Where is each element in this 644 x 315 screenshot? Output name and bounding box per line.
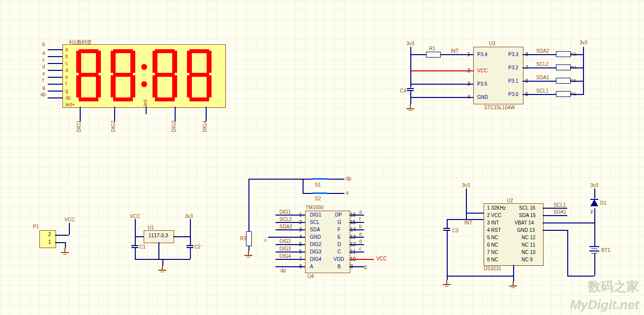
d1-ref: D1 <box>600 200 607 206</box>
net-a: a <box>42 50 45 56</box>
r1 <box>426 52 441 58</box>
r5 <box>556 78 571 84</box>
pin-ledp: led+ <box>65 102 75 107</box>
u1-part: 1117-3.3 <box>149 233 168 238</box>
u4net5: DIG2 <box>279 239 291 244</box>
watermark-en: MyDigit.net <box>570 298 639 311</box>
u4l5l: DIG2 <box>310 242 321 247</box>
u2r6: NC 11 <box>521 242 535 248</box>
net-e: e <box>42 71 45 76</box>
u2r5: NC 12 <box>521 235 535 240</box>
c2-ref: C2 <box>194 244 201 250</box>
u4l8l: A <box>310 264 313 269</box>
int-net: INT <box>451 48 459 54</box>
u4l2l: SCL <box>310 220 319 225</box>
dig1: DIG1 <box>76 121 82 132</box>
pin-e: e <box>65 74 68 80</box>
u4rnet6: c <box>359 246 362 252</box>
a-net: a <box>346 190 349 195</box>
p1-pin1: 1 <box>48 239 51 245</box>
watermark-cn: 数码之家 <box>588 278 639 295</box>
u4rnet3: b <box>359 224 362 229</box>
dig3: DIG3 <box>171 121 177 132</box>
u4net1: DIG1 <box>279 209 291 215</box>
u3-r4l: P3.0 <box>508 92 519 97</box>
u2r3: VBAT 14 <box>515 220 534 225</box>
u3-l3l: P3.5 <box>477 81 488 87</box>
pin-a: a <box>65 47 68 52</box>
net-b: b <box>42 42 45 47</box>
u4r8l: B <box>337 264 341 269</box>
r4 <box>556 64 571 70</box>
scl1-net: SCL1 <box>553 202 566 208</box>
u4l7l: DIG4 <box>310 256 321 262</box>
u2r7: NC 10 <box>521 250 535 255</box>
pin-d: d <box>65 67 68 73</box>
u3-ref: U3 <box>489 41 495 46</box>
pin-dp: dp <box>65 95 71 100</box>
r1-ref: R1 <box>429 46 435 51</box>
r3 <box>246 231 252 246</box>
led-minus: led- <box>143 98 148 107</box>
net-g: g <box>42 85 45 90</box>
u2l4: 4 RST <box>487 227 501 233</box>
battery-icon <box>589 246 599 253</box>
u4rnet4: e <box>359 231 362 237</box>
p1-vcc: VCC <box>64 217 75 222</box>
u4net3: SDA2 <box>279 224 292 229</box>
c1-ref: C1 <box>139 244 146 250</box>
u4-vcc: VCC <box>376 256 387 261</box>
u4r4l: E <box>337 234 341 240</box>
bt1-ref: BT1 <box>601 248 610 253</box>
u2l7: 7 NC <box>487 250 498 255</box>
net-dp: dp <box>40 92 46 97</box>
r6 <box>556 91 571 97</box>
u3-r2l: P3.2 <box>508 65 519 70</box>
c3-ref: C3 <box>452 228 459 233</box>
u4-part: TM1650 <box>306 205 324 210</box>
u3-l4l: GND <box>477 94 488 100</box>
u4net7: DIG4 <box>279 253 291 259</box>
u2r4: GND 13 <box>517 227 535 233</box>
u4rnet8: g <box>364 264 367 269</box>
p1-pin2: 2 <box>48 232 51 237</box>
u4net8: dp <box>280 268 286 273</box>
u4r3l: F <box>337 227 340 232</box>
pin-b: b <box>65 54 68 59</box>
u3-l3n: 3 <box>467 81 470 87</box>
gnd-icon <box>443 280 451 286</box>
d1-2: 2 <box>590 209 593 214</box>
p1-body <box>39 230 56 248</box>
u2l3: 3 INT <box>487 220 499 225</box>
u3-r1l: P3.3 <box>508 52 519 57</box>
pin-f: f <box>65 81 67 87</box>
u2l5: 5 NC <box>487 235 498 240</box>
u4r6l: C <box>337 249 341 254</box>
u4net2: SCL2 <box>279 217 292 222</box>
u4l6l: DIG3 <box>310 249 321 254</box>
gnd-icon <box>158 266 166 272</box>
scl1: SCL1 <box>536 88 549 94</box>
gnd-icon <box>509 282 517 288</box>
u3-l1l: P3.4 <box>477 52 488 57</box>
gnd-icon <box>245 251 252 257</box>
pin-g: g <box>65 88 68 94</box>
u2l8: 8 NC <box>487 257 498 262</box>
int2: INT <box>464 220 472 225</box>
pin-c: c <box>65 61 68 66</box>
u4r1l: DP <box>335 212 342 218</box>
dig4: DIG4 <box>202 121 208 132</box>
r3-ref: R3 <box>240 236 246 241</box>
net-d: d <box>42 64 45 69</box>
u4-ref: U4 <box>307 274 314 279</box>
u4rnet1: a <box>359 209 362 215</box>
r2 <box>556 51 571 57</box>
u3-l2n: 2 <box>467 68 470 73</box>
net-f: f <box>42 78 44 83</box>
sda1-net: SDA1 <box>553 209 566 215</box>
u4r7l: VDD <box>334 256 344 262</box>
u4r2l: G <box>337 220 341 225</box>
u2-ref: U2 <box>507 198 513 203</box>
dp-net: dp <box>346 176 351 181</box>
gnd-tick: ⏚ <box>264 237 267 242</box>
